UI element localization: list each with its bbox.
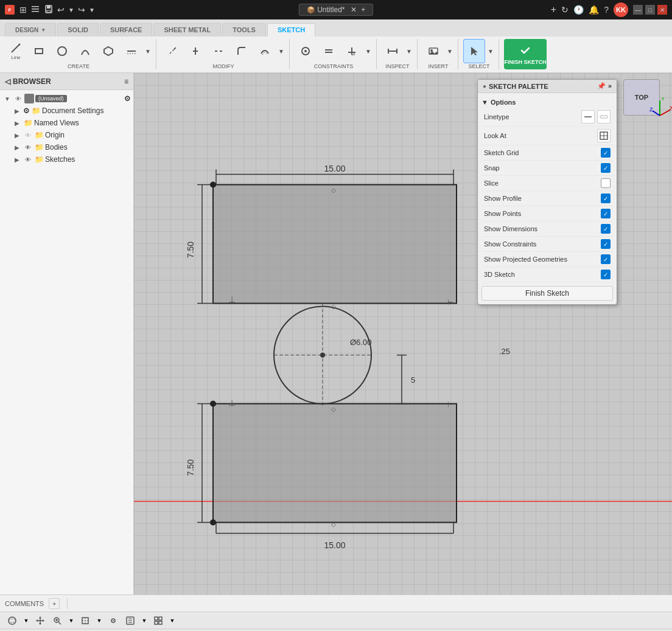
show-projected-checkbox[interactable]: ✓ [601, 254, 611, 264]
trim-tool[interactable] [161, 39, 183, 63]
tree-item-bodies[interactable]: ▶ 👁 📁 Bodies [0, 141, 133, 153]
show-dims-checkbox[interactable]: ✓ [601, 224, 611, 234]
break-tool[interactable] [208, 39, 229, 63]
grid-snap-btn[interactable] [151, 615, 166, 627]
chevron-named-views[interactable]: ▶ [12, 118, 22, 128]
arc-tool[interactable] [74, 39, 96, 63]
eye-root[interactable]: 👁 [13, 94, 23, 103]
parallel-tool[interactable] [318, 39, 340, 63]
polygon-tool[interactable] [97, 39, 119, 63]
finish-sketch-palette-btn[interactable]: Finish Sketch [481, 286, 613, 301]
maximize-btn[interactable]: □ [645, 5, 655, 15]
tab-design[interactable]: DESIGN▼ [5, 23, 56, 37]
redo-btn[interactable]: ↪ [78, 5, 85, 15]
tab-close[interactable]: ✕ [351, 5, 357, 14]
canvas-area[interactable]: 15.00 15.00 7.50 7.50 Ø6.00 5 ⊥ [134, 73, 672, 594]
chevron-root[interactable]: ▼ [2, 94, 12, 103]
coincident-tool[interactable] [295, 39, 317, 63]
fit-btn[interactable] [78, 615, 93, 627]
tree-item-doc-settings[interactable]: ▶ ⚙ 📁 Document Settings [0, 105, 133, 117]
chevron-doc[interactable]: ▶ [12, 106, 22, 116]
finish-sketch-toolbar-btn[interactable]: FINISH SKETCH [504, 39, 547, 69]
constraints-dropdown[interactable]: ▼ [364, 39, 373, 63]
zoom-btn[interactable] [50, 615, 65, 627]
refresh-icon[interactable]: ↻ [561, 5, 569, 15]
save-btn[interactable] [44, 4, 54, 16]
options-section[interactable]: ▼ Options [481, 97, 613, 108]
fillet-tool[interactable] [231, 39, 253, 63]
eye-origin[interactable]: 👁 [23, 130, 33, 140]
svg-point-97 [113, 620, 114, 621]
notification-icon[interactable]: 🔔 [589, 5, 599, 15]
palette-expand[interactable]: » [608, 82, 612, 90]
redo-dropdown[interactable]: ▼ [89, 7, 95, 13]
measure-tool[interactable] [382, 39, 404, 63]
browser-options[interactable]: ≡ [124, 77, 128, 86]
fit-dropdown[interactable]: ▼ [95, 615, 103, 627]
svg-rect-103 [159, 617, 162, 620]
tree-item-origin[interactable]: ▶ 👁 📁 Origin [0, 129, 133, 141]
orbit-dropdown[interactable]: ▼ [22, 615, 30, 627]
modify-dropdown[interactable]: ▼ [277, 39, 285, 63]
3d-sketch-checkbox[interactable]: ✓ [601, 270, 611, 279]
tree-item-named-views[interactable]: ▶ 📁 Named Views [0, 117, 133, 129]
pan-btn[interactable] [33, 615, 47, 627]
help-icon[interactable]: ? [604, 5, 609, 15]
history-icon[interactable]: 🕐 [573, 5, 584, 15]
inspect-dropdown[interactable]: ▼ [405, 39, 413, 63]
extend-tool[interactable] [184, 39, 206, 63]
show-constraints-checkbox[interactable]: ✓ [601, 239, 611, 249]
select-tool[interactable] [463, 39, 485, 63]
undo-dropdown[interactable]: ▼ [68, 7, 74, 13]
orbit-btn[interactable] [5, 615, 19, 627]
line-tool[interactable]: Line [5, 39, 27, 63]
circle-tool[interactable] [51, 39, 73, 63]
perpendicular-tool[interactable] [341, 39, 363, 63]
tree-item-root[interactable]: ▼ 👁 (Unsaved) ⚙ [0, 92, 133, 105]
linetype-solid-btn[interactable] [581, 110, 595, 124]
select-dropdown[interactable]: ▼ [486, 39, 495, 63]
tab-surface[interactable]: SURFACE [100, 23, 153, 37]
create-dropdown[interactable]: ▼ [144, 39, 152, 63]
tab-solid[interactable]: SOLID [57, 23, 99, 37]
chevron-bodies[interactable]: ▶ [12, 142, 22, 152]
look-at-bottom-btn[interactable] [106, 615, 121, 627]
display-dropdown[interactable]: ▼ [140, 615, 149, 627]
tab-tools[interactable]: TOOLS [222, 23, 266, 37]
eye-bodies[interactable]: 👁 [23, 142, 33, 152]
zoom-dropdown[interactable]: ▼ [67, 615, 75, 627]
viewcube[interactable]: TOP Y X Z [623, 79, 666, 122]
collapse-browser-btn[interactable]: ◁ [5, 77, 10, 86]
tab-add[interactable]: + [361, 5, 365, 14]
insert-image-tool[interactable] [422, 39, 444, 63]
grid-dropdown[interactable]: ▼ [168, 615, 177, 627]
chevron-sketches[interactable]: ▶ [12, 155, 22, 164]
sketch-grid-checkbox[interactable]: ✓ [601, 148, 611, 158]
snap-checkbox[interactable]: ✓ [601, 163, 611, 173]
insert-dropdown[interactable]: ▼ [446, 39, 454, 63]
tab-sheet-metal[interactable]: SHEET METAL [153, 23, 221, 37]
grid-icon[interactable]: ⊞ [19, 5, 27, 15]
plus-icon[interactable]: + [551, 4, 556, 15]
palette-pin[interactable]: 📌 [597, 82, 606, 90]
undo-btn[interactable]: ↩ [57, 5, 65, 15]
file-menu[interactable] [30, 4, 40, 16]
add-comment-btn[interactable]: + [49, 598, 60, 609]
user-avatar[interactable]: KK [614, 2, 628, 17]
tree-item-sketches[interactable]: ▶ 👁 📁 Sketches [0, 153, 133, 166]
offset-tool[interactable] [121, 39, 142, 63]
chevron-origin[interactable]: ▶ [12, 130, 22, 140]
display-settings-btn[interactable] [123, 615, 138, 627]
rectangle-tool[interactable] [28, 39, 50, 63]
show-profile-checkbox[interactable]: ✓ [601, 193, 611, 203]
close-btn[interactable]: ✕ [657, 5, 667, 15]
offset-curve-tool[interactable] [254, 39, 276, 63]
slice-checkbox[interactable] [601, 178, 611, 188]
eye-sketches[interactable]: 👁 [23, 155, 33, 164]
show-points-checkbox[interactable]: ✓ [601, 209, 611, 218]
settings-icon-root[interactable]: ⚙ [124, 94, 131, 103]
linetype-dashed-btn[interactable] [597, 110, 611, 124]
lookat-btn[interactable] [597, 129, 611, 142]
minimize-btn[interactable]: — [633, 5, 643, 15]
tab-sketch[interactable]: SKETCH [267, 23, 315, 37]
